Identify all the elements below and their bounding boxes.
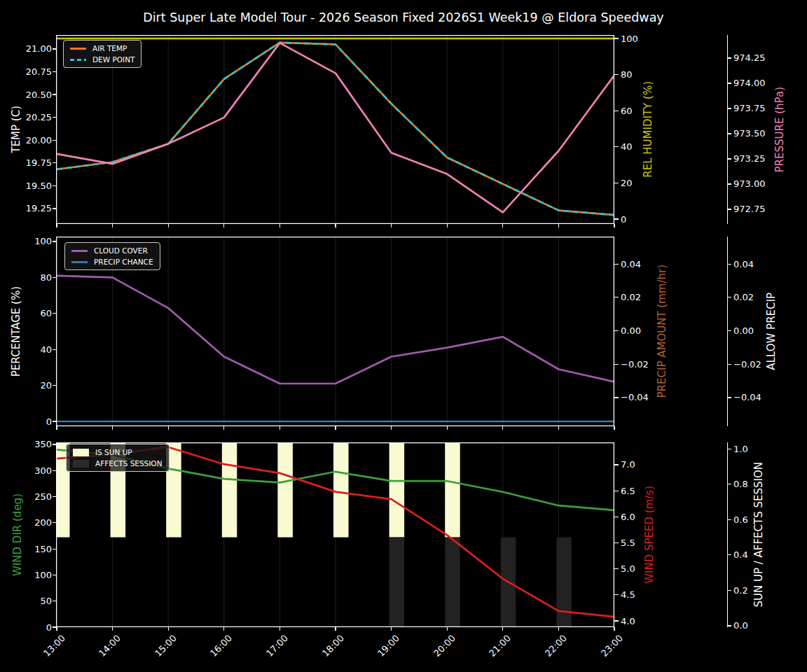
tick-label: 0.8: [733, 479, 748, 489]
x-tick-label: 20:00: [432, 633, 457, 659]
tick-label: 5.5: [621, 538, 635, 547]
bar-is-sun-up: [222, 442, 237, 538]
tick-label: 973.25: [733, 154, 766, 163]
tick-mark: [53, 208, 56, 209]
tick-label: 20: [7, 381, 52, 390]
y-axis-title-allow-precip: ALLOW PRECIP: [762, 237, 780, 426]
tick-mark: [614, 264, 619, 265]
tick-label: 20.00: [7, 136, 52, 145]
tick-label: 200: [7, 518, 52, 527]
x-tick-mark: [112, 224, 113, 227]
tick-label: 0.0: [733, 621, 748, 630]
tick-mark: [53, 470, 56, 471]
tick-mark: [53, 349, 56, 350]
x-tick-mark: [223, 224, 224, 227]
tick-label: 973.50: [733, 129, 766, 138]
tick-label: 40: [7, 345, 52, 354]
tick-mark: [53, 601, 56, 601]
tick-label: 4.0: [621, 617, 635, 626]
x-tick-label: 16:00: [208, 633, 234, 659]
x-tick-mark: [447, 224, 448, 227]
tick-mark: [614, 297, 619, 298]
is-sun-up-patch-swatch: [73, 449, 89, 456]
tick-mark: [53, 94, 56, 94]
tick-label: −0.04: [621, 393, 649, 402]
x-tick-mark: [280, 627, 280, 631]
tick-label: 974.00: [733, 78, 766, 88]
bar-affects-session: [556, 538, 572, 627]
affects-session-patch-swatch: [73, 460, 89, 468]
x-tick-mark: [335, 627, 336, 631]
tick-label: 19.50: [7, 181, 52, 190]
tick-mark: [53, 496, 56, 497]
y-axis-title-percentage: PERCENTAGE (%): [7, 237, 25, 426]
tick-label: 0.04: [733, 260, 754, 269]
tick-label: 150: [7, 545, 52, 554]
tick-label: −0.02: [733, 360, 761, 369]
tick-mark: [53, 626, 56, 627]
legend-label: AIR TEMP: [92, 44, 127, 52]
tick-label: 20: [621, 178, 633, 188]
tick-label: 973.75: [733, 104, 766, 113]
bar-affects-session: [389, 538, 405, 627]
tick-mark: [614, 542, 619, 543]
tick-mark: [53, 385, 56, 386]
legend-item-dew-point: DEW POINT: [70, 55, 134, 64]
tick-mark: [53, 575, 56, 575]
dew-point-dashed-line-swatch: [70, 59, 86, 61]
x-tick-mark: [391, 224, 392, 227]
tick-mark: [614, 594, 619, 595]
tick-mark: [614, 568, 619, 569]
secondary-axis-spine: [727, 237, 728, 426]
x-tick-mark: [168, 426, 169, 430]
tick-mark: [614, 364, 619, 365]
tick-mark: [614, 111, 619, 111]
tick-label: 21.00: [7, 44, 52, 53]
x-tick-mark: [335, 426, 336, 430]
x-tick-mark: [502, 224, 503, 227]
x-tick-mark: [391, 627, 392, 631]
legend-label: CLOUD COVER: [94, 246, 148, 255]
tick-mark: [614, 218, 619, 219]
x-tick-mark: [168, 224, 169, 227]
tick-mark: [614, 183, 619, 183]
tick-mark: [53, 421, 56, 421]
tick-label: 0.4: [733, 550, 748, 559]
bar-is-sun-up: [333, 442, 349, 538]
x-tick-mark: [391, 426, 392, 430]
x-tick-mark: [168, 627, 169, 631]
weather-forecast-figure: Dirt Super Late Model Tour - 2026 Season…: [0, 0, 807, 672]
tick-label: 7.0: [621, 460, 635, 469]
tick-mark: [614, 397, 619, 398]
bar-is-sun-up: [389, 442, 405, 538]
y-axis-title-wind-speed: WIND SPEED (m/s): [640, 442, 658, 627]
x-tick-label: 22:00: [543, 633, 569, 659]
tick-label: 300: [7, 466, 52, 475]
legend-item-is-sun-up: IS SUN UP: [73, 448, 163, 456]
tick-mark: [614, 74, 619, 75]
tick-mark: [614, 517, 619, 517]
x-tick-mark: [223, 627, 224, 631]
tick-mark: [53, 140, 56, 141]
x-tick-mark: [112, 627, 113, 631]
x-tick-mark: [223, 426, 224, 430]
x-tick-label: 15:00: [153, 633, 179, 659]
x-tick-label: 14:00: [97, 633, 123, 659]
tick-label: 1.0: [733, 444, 748, 454]
tick-label: 250: [7, 492, 52, 501]
tick-mark: [614, 146, 619, 147]
x-tick-mark: [56, 627, 57, 631]
tick-label: 6.5: [621, 486, 635, 496]
legend-percentage-panel: CLOUD COVER PRECIP CHANCE: [64, 242, 160, 270]
tick-label: 4.5: [621, 590, 635, 599]
legend-wind-panel: IS SUN UP AFFECTS SESSION: [66, 444, 170, 472]
y-axis-title-temp: TEMP (C): [7, 35, 25, 224]
tick-label: 972.75: [733, 204, 766, 214]
tick-mark: [53, 549, 56, 550]
tick-label: 350: [7, 440, 52, 449]
tick-label: −0.04: [733, 393, 761, 402]
tick-label: 50: [7, 596, 52, 606]
tick-label: 0.02: [733, 293, 754, 302]
tick-label: 100: [621, 34, 638, 43]
chart-title: Dirt Super Late Model Tour - 2026 Season…: [0, 10, 807, 24]
